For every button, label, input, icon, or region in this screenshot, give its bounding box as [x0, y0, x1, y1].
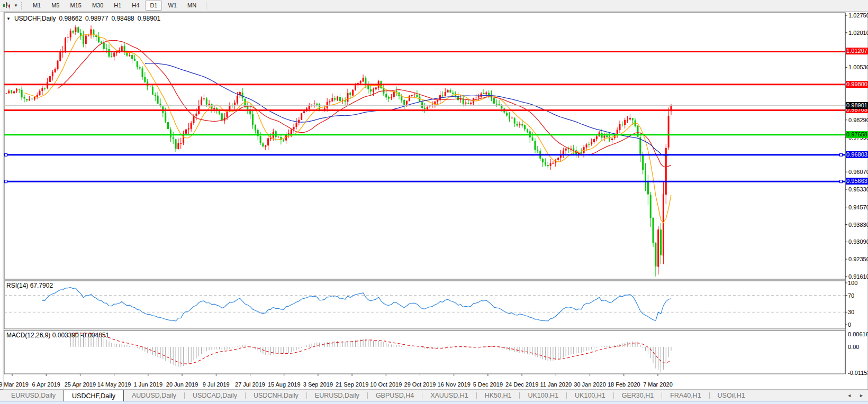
date-axis-label: 5 Dec 2019 — [473, 381, 503, 388]
price-axis-tick-label: 1.00530 — [848, 64, 868, 70]
price-axis-tick-label: 0.93830 — [848, 222, 868, 228]
timeframe-button-mn[interactable]: MN — [183, 1, 201, 11]
price-axis-tick-label: 1.02010 — [848, 30, 868, 36]
symbol-tab-usoil[interactable]: USOil,H1 — [710, 390, 753, 401]
timeframe-toolbar: ▼ M1M5M15M30H1H4D1W1MN — [0, 0, 868, 12]
symbol-tab-hk50[interactable]: HK50,H1 — [477, 390, 520, 401]
date-axis-label: 7 Mar 2020 — [643, 381, 673, 388]
timeframe-button-m1[interactable]: M1 — [28, 1, 46, 11]
timeframe-button-d1[interactable]: D1 — [145, 1, 162, 11]
price-axis-tick-label: 0.92350 — [848, 256, 868, 262]
date-axis-label: 18 Feb 2020 — [608, 381, 640, 388]
level-price-box: 0.99800 — [846, 81, 868, 88]
symbol-tab-eurusd[interactable]: EURUSD,Daily — [3, 390, 64, 401]
macd-signal-value: -0.004051 — [80, 332, 109, 339]
date-axis-label: 6 Apr 2019 — [32, 381, 60, 388]
price-axis-tick-label: 1.02750 — [848, 12, 868, 19]
price-axis-tick-label: 0.93090 — [848, 238, 868, 245]
rsi-value: 67.7902 — [30, 282, 53, 289]
macd-indicator-label: MACD(12,26,9) 0.003390 -0.004051 — [6, 332, 109, 339]
level-price-box: 0.95663 — [846, 178, 868, 185]
price-axis-tick-label: 0.94570 — [848, 204, 868, 210]
date-axis-label: 15 Aug 2019 — [268, 381, 301, 388]
timeframe-button-m5[interactable]: M5 — [47, 1, 64, 11]
price-axis-tick-label: 0.98290 — [848, 117, 868, 123]
date-axis-label: 19 Mar 2019 — [0, 381, 29, 388]
macd-main-value: 0.003390 — [52, 332, 79, 339]
price-chart-canvas[interactable] — [0, 12, 868, 390]
ohlc-high: 0.98977 — [85, 15, 108, 22]
date-axis-label: 30 Jan 2020 — [574, 381, 606, 388]
chart-type-dropdown-icon[interactable]: ▼ — [14, 3, 18, 8]
price-axis-tick-label: 0.96070 — [848, 169, 868, 175]
rsi-scale-label: 100 — [848, 280, 857, 286]
symbol-tab-fra40[interactable]: FRA40,H1 — [662, 390, 709, 401]
rsi-indicator-label: RSI(14) 67.7902 — [6, 282, 53, 289]
tab-scroll-left-icon[interactable]: ◄ — [847, 393, 852, 398]
date-axis-label: 21 Sep 2019 — [336, 381, 368, 388]
symbol-tab-uk100[interactable]: UK100,H1 — [520, 390, 566, 401]
chart-window: ▼USDCHF,Daily0.986620.989770.984880.9890… — [0, 12, 868, 390]
price-axis-tick-label: 0.91610 — [848, 273, 868, 280]
symbol-tab-eurusd[interactable]: EURUSD,Daily — [307, 390, 367, 401]
chart-title: ▼USDCHF,Daily0.986620.989770.984880.9890… — [6, 15, 160, 22]
tab-scroll-right-icon[interactable]: ► — [859, 393, 864, 398]
ohlc-low: 0.98488 — [111, 15, 134, 22]
level-price-box: 1.01207 — [846, 48, 868, 54]
ohlc-close: 0.98901 — [138, 15, 160, 22]
toolbar-grip — [21, 2, 24, 10]
symbol-tab-bar: EURUSD,DailyUSDCHF,DailyAUDUSD,DailyUSDC… — [0, 390, 868, 401]
timeframe-button-h4[interactable]: H4 — [127, 1, 144, 11]
timeframe-button-m30[interactable]: M30 — [87, 1, 108, 11]
symbol-tab-ger30[interactable]: GER30,H1 — [614, 390, 662, 401]
rsi-scale-label: 0 — [848, 322, 851, 328]
macd-scale-max-label: 0.006167 — [848, 331, 868, 337]
chart-type-icon[interactable] — [3, 2, 11, 9]
chart-symbol-label: USDCHF,Daily — [14, 15, 56, 22]
timeframe-button-w1[interactable]: W1 — [163, 1, 182, 11]
date-axis-label: 24 Dec 2019 — [505, 381, 538, 388]
symbols-dropdown-icon[interactable]: ▼ — [6, 16, 11, 21]
symbol-tab-xauusd[interactable]: XAUUSD,H1 — [422, 390, 476, 401]
symbol-tab-usdcad[interactable]: USDCAD,Daily — [185, 390, 245, 401]
macd-scale-min-label: -0.011531 — [848, 370, 868, 376]
timeframe-button-h1[interactable]: H1 — [109, 1, 126, 11]
symbol-tab-gbpusd[interactable]: GBPUSD,H4 — [368, 390, 422, 401]
level-price-box: 0.96803 — [846, 151, 868, 158]
date-axis-label: 20 Jun 2019 — [166, 381, 198, 388]
date-axis-label: 11 Jan 2020 — [540, 381, 572, 388]
macd-scale-zero-label: 0.00 — [848, 344, 859, 350]
date-axis-label: 9 Jul 2019 — [203, 381, 230, 388]
rsi-scale-label: 30 — [848, 309, 854, 315]
date-axis-label: 1 Jun 2019 — [134, 381, 162, 388]
level-price-box: 0.97658 — [846, 131, 868, 138]
rsi-scale-label: 70 — [848, 292, 854, 299]
current-price-box: 0.98901 — [846, 102, 868, 109]
status-strip — [0, 401, 868, 404]
symbol-tab-audusd[interactable]: AUDUSD,Daily — [124, 390, 184, 401]
date-axis-label: 10 Oct 2019 — [370, 381, 402, 388]
symbol-tab-usdchf-active[interactable]: USDCHF,Daily — [64, 390, 124, 401]
date-axis-label: 27 Jul 2019 — [235, 381, 265, 388]
symbol-tab-uk100[interactable]: UK100,H1 — [567, 390, 613, 401]
ohlc-open: 0.98662 — [59, 15, 82, 22]
date-axis-label: 3 Sep 2019 — [303, 381, 333, 388]
timeframe-button-m15[interactable]: M15 — [65, 1, 86, 11]
date-axis-label: 16 Nov 2019 — [438, 381, 471, 388]
date-axis-label: 29 Oct 2019 — [404, 381, 436, 388]
date-axis-label: 25 Apr 2019 — [65, 381, 96, 388]
price-axis-tick-label: 0.95330 — [848, 186, 868, 192]
date-axis-label: 14 May 2019 — [97, 381, 131, 388]
symbol-tab-usdcnh[interactable]: USDCNH,Daily — [246, 390, 306, 401]
toolbar-separator — [206, 2, 206, 10]
